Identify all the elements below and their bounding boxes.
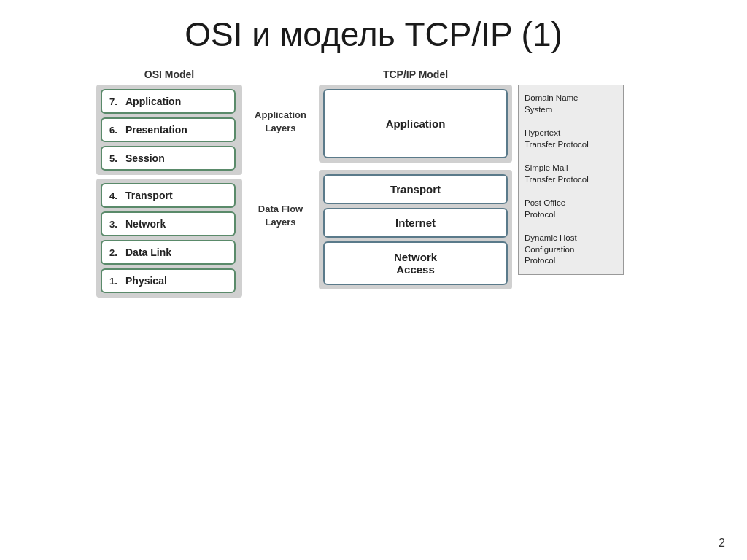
- osi-layer-1-name: Physical: [125, 275, 167, 287]
- osi-layer-5: 5. Session: [101, 146, 236, 171]
- protocol-dhcp: Dynamic HostConfigurationProtocol: [522, 228, 620, 271]
- between-header-spacer: [242, 69, 319, 85]
- tcpip-transport-box: Transport: [323, 174, 508, 204]
- osi-layer-1-num: 1.: [109, 276, 125, 287]
- protocols-column: Domain NameSystem HypertextTransfer Prot…: [518, 85, 624, 275]
- protocol-dns: Domain NameSystem: [522, 88, 620, 120]
- tcpip-data-group: Transport Internet Network Access: [319, 170, 512, 289]
- osi-layer-6: 6. Presentation: [101, 117, 236, 142]
- tcpip-application-box: Application: [323, 89, 508, 158]
- tcpip-network-access-box: Network Access: [323, 241, 508, 285]
- page-title: OSI и модель TCP/IP (1): [29, 15, 718, 54]
- osi-layer-5-name: Session: [125, 152, 165, 164]
- tcpip-model-header: TCP/IP Model: [319, 69, 512, 80]
- osi-layer-4-num: 4.: [109, 190, 125, 201]
- osi-layer-4: 4. Transport: [101, 183, 236, 208]
- osi-layer-3-name: Network: [125, 218, 166, 230]
- headers-row: OSI Model TCP/IP Model: [96, 69, 651, 85]
- osi-layer-4-name: Transport: [125, 190, 173, 201]
- page: OSI и модель TCP/IP (1) OSI Model TCP/IP…: [0, 0, 747, 560]
- tcpip-internet-label: Internet: [395, 217, 436, 229]
- osi-column: 7. Application 6. Presentation 5. Sessio…: [96, 85, 242, 298]
- content-row: 7. Application 6. Presentation 5. Sessio…: [96, 85, 651, 298]
- tcpip-network-access-label: Network Access: [394, 251, 437, 276]
- osi-layer-2-name: Data Link: [125, 246, 171, 258]
- tcpip-transport-label: Transport: [390, 183, 441, 195]
- between-col: ApplicationLayers Data FlowLayers: [242, 85, 319, 277]
- osi-layer-5-num: 5.: [109, 153, 125, 164]
- diagram-container: OSI Model TCP/IP Model 7. Application 6.…: [29, 69, 718, 298]
- application-layers-label: ApplicationLayers: [255, 109, 306, 135]
- tcpip-application-label: Application: [386, 117, 446, 130]
- protocol-smtp: Simple MailTransfer Protocol: [522, 158, 620, 190]
- osi-layer-7-name: Application: [125, 96, 181, 107]
- tcpip-internet-box: Internet: [323, 208, 508, 238]
- data-flow-layers-label: Data FlowLayers: [258, 203, 303, 229]
- page-number: 2: [719, 537, 725, 550]
- osi-layer-3-num: 3.: [109, 219, 125, 230]
- protocol-pop: Post OfficeProtocol: [522, 193, 620, 225]
- osi-layer-3: 3. Network: [101, 211, 236, 236]
- osi-layer-6-name: Presentation: [125, 124, 187, 136]
- osi-layer-7: 7. Application: [101, 89, 236, 114]
- osi-layer-2-num: 2.: [109, 247, 125, 258]
- osi-data-group: 4. Transport 3. Network 2. Data Link 1. …: [96, 179, 242, 298]
- osi-layer-6-num: 6.: [109, 125, 125, 136]
- tcpip-column: Application Transport Internet Network A…: [319, 85, 512, 289]
- osi-layer-2: 2. Data Link: [101, 240, 236, 265]
- protocol-http: HypertextTransfer Protocol: [522, 123, 620, 155]
- osi-layer-1: 1. Physical: [101, 268, 236, 293]
- tcpip-app-group: Application: [319, 85, 512, 163]
- protocols-wrapper: Domain NameSystem HypertextTransfer Prot…: [518, 85, 624, 275]
- osi-app-group: 7. Application 6. Presentation 5. Sessio…: [96, 85, 242, 175]
- osi-layer-7-num: 7.: [109, 96, 125, 107]
- osi-model-header: OSI Model: [96, 69, 242, 80]
